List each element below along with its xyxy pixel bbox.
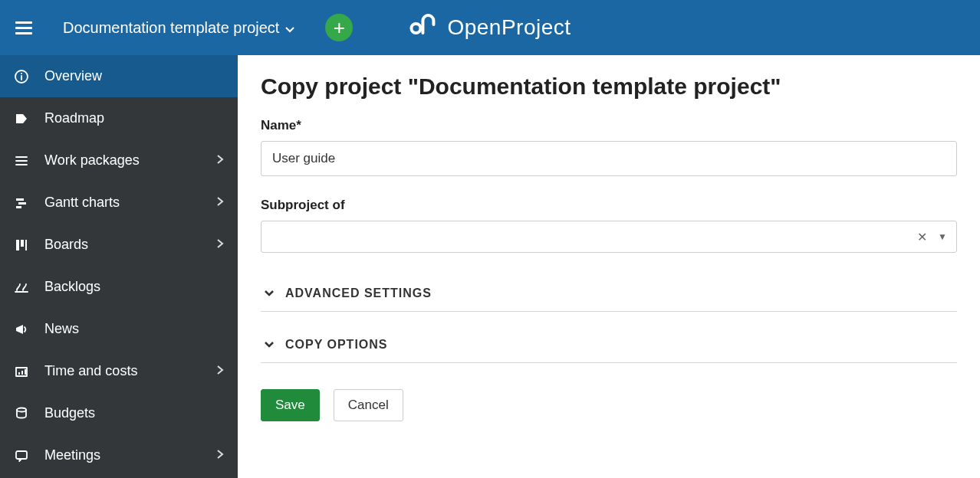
chevron-down-icon: ▼ [938,231,947,242]
svg-rect-9 [16,206,21,208]
sidebar-item-boards[interactable]: Boards [0,224,238,266]
sidebar-item-overview[interactable]: Overview [0,55,238,97]
svg-point-3 [21,73,22,74]
svg-rect-12 [25,240,27,250]
copy-options-toggle[interactable]: Copy options [261,327,957,363]
cost-icon [14,364,34,379]
sidebar-item-label: Backlogs [44,279,100,295]
sidebar-item-label: Roadmap [44,110,104,126]
brand: OpenProject [409,14,571,41]
svg-rect-16 [21,371,23,375]
sidebar-item-roadmap[interactable]: Roadmap [0,97,238,139]
sidebar-item-work-packages[interactable]: Work packages [0,139,238,182]
chevron-right-icon [216,447,224,463]
sidebar-item-label: Time and costs [44,363,137,379]
tag-icon [14,111,34,126]
chevron-right-icon [216,195,224,211]
sidebar: OverviewRoadmapWork packagesGantt charts… [0,55,238,478]
sidebar-item-label: Work packages [44,152,140,169]
budget-icon [14,406,34,421]
sidebar-item-label: Gantt charts [44,195,120,211]
backlog-icon [14,280,34,295]
subproject-label: Subproject of [261,198,957,213]
sidebar-item-gantt-charts[interactable]: Gantt charts [0,182,238,224]
sidebar-item-label: Budgets [44,405,95,421]
create-button[interactable]: + [325,14,353,41]
chevron-right-icon [216,363,224,379]
page-title: Copy project "Documentation template pro… [261,74,957,100]
svg-point-18 [17,408,26,411]
megaphone-icon [14,322,34,337]
board-icon [14,237,34,253]
list-icon [14,153,34,169]
svg-rect-10 [16,240,19,250]
sidebar-item-news[interactable]: News [0,308,238,350]
chat-icon [14,448,34,463]
sidebar-item-label: Boards [44,237,88,253]
svg-rect-0 [411,24,420,33]
sidebar-item-time-and-costs[interactable]: Time and costs [0,350,238,392]
plus-icon: + [334,18,345,38]
cancel-button[interactable]: Cancel [334,389,403,421]
project-selector[interactable]: Documentation template project [63,19,294,37]
advanced-settings-toggle[interactable]: Advanced settings [261,276,957,312]
info-icon [14,69,34,84]
brand-text: OpenProject [447,15,571,40]
openproject-logo-icon [409,14,439,41]
svg-rect-11 [21,240,24,247]
name-label: Name* [261,118,957,133]
subproject-select[interactable]: ✕ ▼ [261,221,957,253]
clear-icon[interactable]: ✕ [917,230,927,244]
top-header: Documentation template project + OpenPro… [0,0,980,55]
sidebar-item-budgets[interactable]: Budgets [0,392,238,434]
chevron-right-icon [216,237,224,253]
svg-rect-15 [18,372,20,375]
form-actions: Save Cancel [261,389,957,421]
hamburger-menu-icon[interactable] [15,21,32,34]
project-selector-label: Documentation template project [63,19,279,37]
sidebar-item-backlogs[interactable]: Backlogs [0,266,238,308]
chevron-right-icon [216,152,224,169]
svg-rect-7 [16,198,24,201]
sidebar-item-label: Overview [44,68,102,84]
sidebar-item-meetings[interactable]: Meetings [0,434,238,476]
copy-options-label: Copy options [285,338,388,352]
svg-rect-17 [25,369,26,375]
sidebar-item-label: Meetings [44,447,100,463]
advanced-settings-label: Advanced settings [285,286,432,300]
svg-rect-8 [18,202,26,205]
save-button[interactable]: Save [261,389,320,421]
chevron-down-icon [264,339,275,351]
gantt-icon [14,195,34,211]
chevron-down-icon [264,287,275,300]
svg-rect-19 [16,451,27,459]
main-content: Copy project "Documentation template pro… [238,55,980,478]
name-input[interactable] [261,141,957,176]
caret-down-icon [285,19,294,37]
sidebar-item-label: News [44,321,79,337]
